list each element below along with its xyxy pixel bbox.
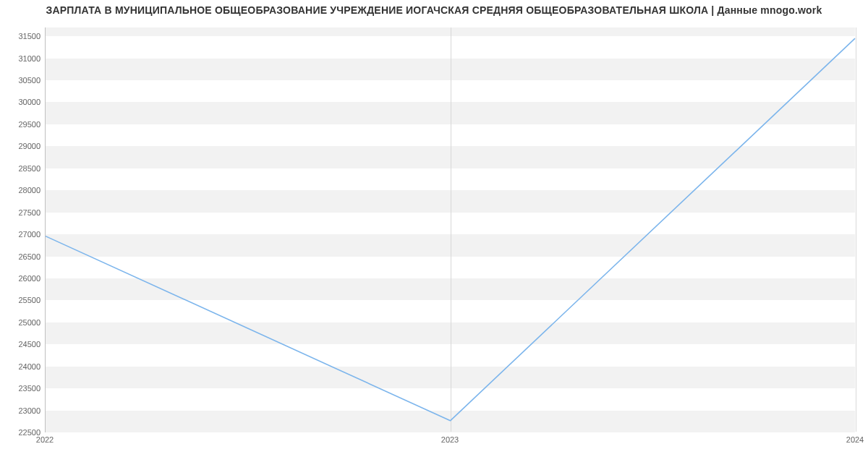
chart-container: ЗАРПЛАТА В МУНИЦИПАЛЬНОЕ ОБЩЕОБРАЗОВАНИЕ… [0, 0, 868, 470]
y-tick-label: 24000 [4, 362, 41, 371]
y-tick-label: 29500 [4, 120, 41, 129]
y-tick-label: 23500 [4, 384, 41, 393]
y-tick-label: 27000 [4, 230, 41, 239]
y-tick-label: 23000 [4, 406, 41, 415]
y-tick-label: 29000 [4, 142, 41, 150]
y-tick-label: 26500 [4, 252, 41, 261]
y-tick-label: 25000 [4, 318, 41, 327]
y-tick-label: 30000 [4, 98, 41, 106]
y-tick-label: 31000 [4, 54, 41, 63]
x-gridline [856, 27, 856, 432]
y-tick-label: 22500 [4, 428, 41, 437]
y-tick-label: 30500 [4, 76, 41, 85]
plot-area [45, 27, 855, 432]
y-tick-label: 31500 [4, 32, 41, 40]
series-line [46, 38, 855, 421]
x-tick-label: 2023 [441, 435, 459, 444]
y-tick-label: 26000 [4, 274, 41, 283]
chart-title: ЗАРПЛАТА В МУНИЦИПАЛЬНОЕ ОБЩЕОБРАЗОВАНИЕ… [0, 4, 868, 16]
y-tick-label: 28000 [4, 186, 41, 195]
y-tick-label: 28500 [4, 164, 41, 173]
line-series [46, 27, 855, 432]
x-tick-label: 2022 [36, 435, 54, 444]
y-tick-label: 27500 [4, 208, 41, 217]
x-tick-label: 2024 [846, 435, 864, 444]
y-tick-label: 24500 [4, 340, 41, 349]
y-tick-label: 25500 [4, 296, 41, 304]
